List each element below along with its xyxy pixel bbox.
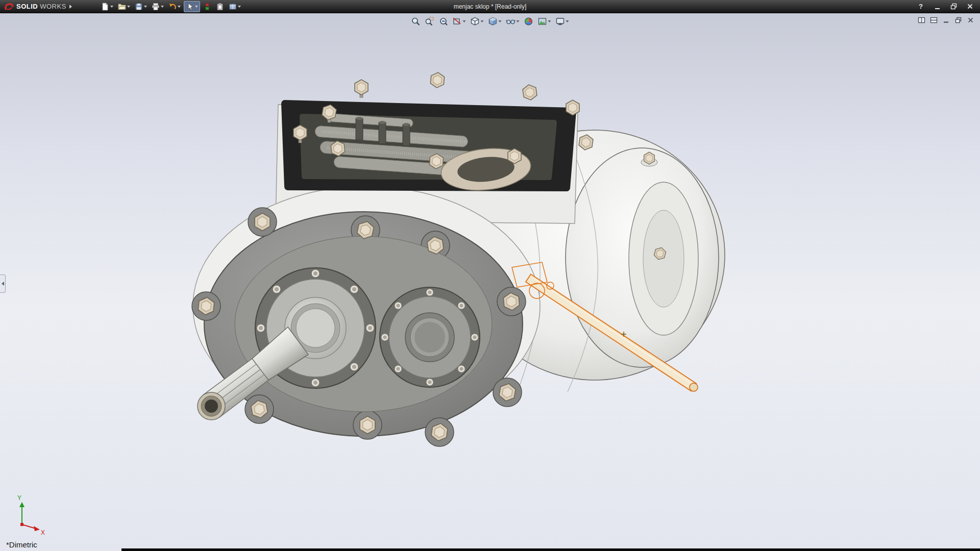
print-button[interactable] [150,1,165,12]
tile-vertical-button[interactable] [917,16,926,24]
view-orientation-icon [471,17,480,26]
restore-document-icon [954,16,962,24]
save-icon [135,3,143,11]
brand-arrow-icon[interactable] [69,5,72,9]
clipboard-button[interactable] [214,1,226,12]
options-dropdown-arrow[interactable] [238,6,241,8]
edit-appearance-icon [524,17,533,26]
featuremanager-flyout-tab[interactable] [0,274,6,293]
section-view-button[interactable] [452,16,467,27]
restore-document-button[interactable] [954,16,963,24]
minimize-icon [934,3,941,10]
previous-view-icon [439,17,448,26]
zoom-to-area-button[interactable] [424,16,435,27]
selection-indicator-icon [203,3,211,11]
close-button[interactable] [965,2,975,11]
window-controls: ? [916,2,980,11]
previous-view-button[interactable] [438,16,449,27]
titlebar: SOLIDWORKS [0,0,980,13]
apply-scene-icon [538,17,547,26]
clipboard-icon [216,3,224,11]
solidworks-window: SOLIDWORKS [0,0,980,551]
hide-show-items-button[interactable] [505,16,521,27]
tile-horizontal-icon [930,16,938,24]
edit-appearance-button[interactable] [523,16,534,27]
print-icon [152,3,160,11]
display-style-button[interactable] [487,16,503,27]
graphics-viewport[interactable]: Y X [0,13,980,551]
open-button[interactable] [116,1,132,12]
open-icon [118,3,126,11]
side-cover-boss[interactable] [380,287,480,387]
brand-text-light: WORKS [40,3,66,10]
zoom-to-area-icon [425,17,434,26]
orientation-triad: Y X [17,494,45,536]
minimize-button[interactable] [932,2,942,11]
zoom-to-fit-icon [411,17,421,26]
close-document-icon [967,16,974,24]
view-orientation-label: *Dimetric [6,540,37,549]
restore-button[interactable] [948,2,959,11]
select-tool-dropdown-arrow[interactable] [195,6,198,8]
options-icon [229,3,237,11]
view-orientation-button[interactable] [470,16,485,27]
open-dropdown-arrow[interactable] [127,6,130,8]
taskbar-edge [121,548,980,551]
help-icon: ? [919,3,923,10]
triad-x-label: X [41,529,45,536]
window-title: menjac sklop * [Read-only] [454,3,527,10]
options-button[interactable] [227,1,242,12]
view-settings-icon [556,17,565,26]
select-tool-button[interactable] [184,1,200,12]
undo-dropdown-arrow[interactable] [178,6,181,8]
view-orientation-dropdown-arrow[interactable] [481,20,484,22]
help-button[interactable]: ? [916,2,926,11]
close-document-button[interactable] [966,16,975,24]
new-document-dropdown-arrow[interactable] [110,6,113,8]
undo-button[interactable] [167,1,182,12]
save-button[interactable] [133,1,149,12]
view-settings-button[interactable] [555,16,570,27]
triad-y-label: Y [17,494,21,502]
graphics-area[interactable]: Y X [0,13,980,551]
section-view-dropdown-arrow[interactable] [463,20,466,22]
solidworks-logo[interactable]: SOLIDWORKS [0,3,76,11]
undo-icon [168,3,177,11]
document-window-controls [917,16,975,24]
select-cursor-icon [186,3,194,11]
hide-show-items-icon [506,17,516,26]
restore-icon [950,3,958,10]
headsup-view-toolbar [410,16,570,27]
selection-indicator-button[interactable] [202,1,213,12]
section-view-icon [453,17,462,26]
hide-show-items-dropdown-arrow[interactable] [517,20,520,22]
apply-scene-button[interactable] [537,16,552,27]
save-dropdown-arrow[interactable] [144,6,147,8]
titlebar-toolbar [100,1,242,12]
new-document-icon [101,3,109,11]
display-style-icon [488,17,498,26]
tile-vertical-icon [918,16,925,24]
solidworks-logo-icon [4,3,14,11]
print-dropdown-arrow[interactable] [161,6,164,8]
close-icon [966,3,974,10]
tile-horizontal-button[interactable] [929,16,938,24]
view-settings-dropdown-arrow[interactable] [566,20,569,22]
minimize-document-button[interactable] [942,16,950,24]
zoom-to-fit-button[interactable] [410,16,422,27]
new-document-button[interactable] [100,1,115,12]
display-style-dropdown-arrow[interactable] [499,20,502,22]
brand-text-bold: SOLID [16,3,38,10]
apply-scene-dropdown-arrow[interactable] [548,20,551,22]
minimize-document-icon [942,16,950,24]
